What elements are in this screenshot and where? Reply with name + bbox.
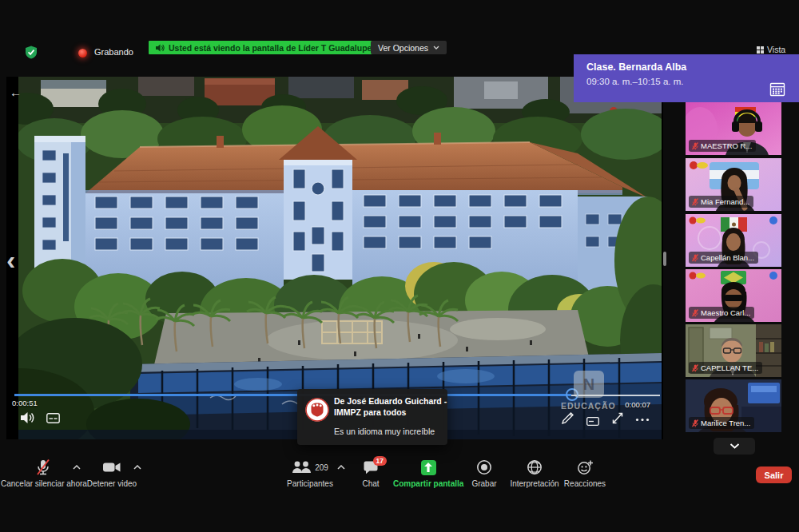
chat-notification-popup[interactable]: De José Eduardo Guichard - IMMPZ para to…: [297, 389, 447, 445]
participant-name-pill: Capellán Blan...: [689, 252, 758, 264]
mute-button[interactable]: Cancelar silenciar ahora: [1, 459, 84, 492]
sender-avatar: [305, 398, 329, 422]
interpretation-button[interactable]: Interpretación: [503, 459, 566, 492]
meeting-toolbar: Cancelar silenciar ahora Detener video: [0, 455, 799, 532]
participant-name-pill: Mia Fernand...: [689, 196, 753, 208]
aerial-school-photo: [18, 77, 662, 439]
video-elapsed-time: 0:00:51: [12, 399, 38, 407]
chat-unread-badge: 17: [373, 456, 387, 466]
recording-label: Grabando: [94, 47, 133, 57]
mute-button-label: Cancelar silenciar ahora: [1, 479, 84, 488]
participant-tile[interactable]: CAPELLAN TE...: [686, 324, 781, 377]
participants-count: 209: [315, 463, 328, 472]
chevron-down-icon: [433, 46, 439, 50]
more-options-icon[interactable]: [635, 418, 650, 422]
annotate-pencil-icon[interactable]: [560, 411, 575, 426]
collapse-filmstrip-button[interactable]: [714, 438, 755, 455]
participant-name: Mia Fernand...: [701, 197, 749, 206]
reactions-button[interactable]: Reacciones: [559, 459, 610, 492]
chevron-down-icon: [729, 443, 740, 449]
reactions-smiley-icon: [577, 459, 594, 475]
participants-button[interactable]: 209 Participantes: [278, 459, 342, 492]
chevron-up-icon[interactable]: [73, 465, 81, 470]
view-options-button[interactable]: Ver Opciones: [371, 41, 447, 54]
record-button[interactable]: Grabar: [462, 459, 507, 492]
share-screen-icon: [421, 460, 436, 475]
participant-name-pill: Marilice Tren...: [689, 417, 754, 429]
panel-resize-handle[interactable]: [663, 252, 666, 266]
interpretation-label: Interpretación: [503, 479, 566, 488]
stop-video-label: Detener video: [82, 479, 141, 488]
video-progress-fill: [14, 394, 571, 396]
record-label: Grabar: [462, 479, 507, 488]
participant-name: Maestro Carl...: [701, 308, 750, 317]
speaker-icon: [156, 44, 165, 52]
share-screen-label: Compartir pantalla: [393, 479, 463, 488]
participant-tile[interactable]: Mia Fernand...: [686, 158, 781, 211]
previous-slide-chevron[interactable]: ‹: [6, 244, 15, 276]
video-camera-icon: [102, 461, 121, 474]
back-arrow-button[interactable]: ←: [10, 86, 22, 98]
participant-name: MAESTRO R...: [701, 141, 752, 150]
zoom-meeting-window: Grabando Usted está viendo la pantalla d…: [0, 0, 799, 532]
security-shield-icon[interactable]: [25, 46, 38, 59]
view-options-label: Ver Opciones: [378, 43, 428, 53]
participant-tile[interactable]: MAESTRO R...: [686, 102, 781, 155]
subtitles-icon[interactable]: [46, 413, 60, 423]
record-icon: [476, 459, 492, 475]
participant-name-pill: CAPELLAN TE...: [689, 362, 762, 374]
participant-tile[interactable]: Maestro Carl...: [686, 269, 781, 322]
watermark-text: EDUCAÇÃO: [561, 401, 616, 411]
participant-name: Marilice Tren...: [701, 419, 750, 427]
share-screen-button[interactable]: Compartir pantalla: [393, 459, 463, 492]
muted-mic-icon: [692, 309, 698, 317]
calendar-notification[interactable]: Clase. Bernarda Alba 09:30 a. m.–10:15 a…: [574, 54, 799, 102]
participants-icon: [292, 461, 312, 474]
shared-screen-area: ← ‹ 0:00:51 0:00:07 N EDUCAÇÃO: [6, 77, 663, 439]
calendar-notification-title: Clase. Bernarda Alba: [586, 62, 686, 73]
volume-icon[interactable]: [21, 411, 36, 424]
participant-tile[interactable]: Marilice Tren...: [686, 379, 781, 432]
participant-name: CAPELLAN TE...: [701, 363, 758, 372]
microphone-muted-icon: [34, 459, 51, 476]
muted-mic-icon: [692, 419, 698, 427]
participant-tile[interactable]: Capellán Blan...: [686, 214, 781, 267]
muted-mic-icon: [692, 142, 698, 150]
muted-mic-icon: [692, 254, 698, 262]
watermark-logo: N: [574, 371, 604, 398]
chat-label: Chat: [350, 479, 392, 488]
fullscreen-expand-icon[interactable]: [610, 411, 625, 426]
participant-name-pill: MAESTRO R...: [689, 140, 756, 152]
participant-name-pill: Maestro Carl...: [689, 307, 754, 319]
leave-meeting-button[interactable]: Salir: [756, 466, 792, 483]
stop-video-button[interactable]: Detener video: [82, 459, 141, 492]
calendar-notification-time: 09:30 a. m.–10:15 a. m.: [586, 77, 683, 86]
muted-mic-icon: [692, 364, 698, 372]
recording-indicator-icon: [78, 49, 87, 58]
muted-mic-icon: [692, 198, 698, 206]
caption-box-icon[interactable]: [586, 417, 599, 426]
participant-name: Capellán Blan...: [701, 253, 754, 262]
reactions-label: Reacciones: [559, 479, 610, 488]
video-remaining-time: 0:00:07: [625, 400, 650, 409]
chat-sender-line2: IMMPZ para todos: [334, 407, 406, 417]
chevron-up-icon[interactable]: [133, 465, 141, 470]
chat-message-text: Es un idioma muy increíble: [334, 427, 435, 436]
screen-share-banner-text: Usted está viendo la pantalla de Líder T…: [169, 43, 402, 53]
chevron-up-icon[interactable]: [337, 465, 345, 470]
chat-button[interactable]: 17 Chat: [350, 459, 392, 492]
globe-icon: [527, 459, 543, 475]
shared-video-frame: [18, 77, 662, 439]
chat-sender-line1: De José Eduardo Guichard -: [334, 396, 447, 406]
calendar-icon[interactable]: [769, 81, 785, 97]
participants-label: Participantes: [278, 479, 342, 488]
